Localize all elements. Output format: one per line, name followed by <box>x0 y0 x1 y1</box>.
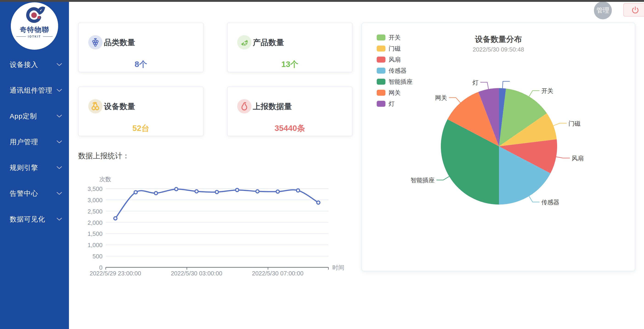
svg-text:时间: 时间 <box>332 264 344 271</box>
svg-text:次数: 次数 <box>99 176 111 183</box>
chevron-down-icon <box>56 166 62 169</box>
sidebar-item-6[interactable]: 数据可见化 <box>0 206 69 232</box>
logout-button[interactable] <box>623 3 644 17</box>
sidebar: 奇特物聯 IOTKIT 设备接入通讯组件管理App定制用户管理规则引擎告警中心数… <box>0 0 69 329</box>
legend-item-5[interactable]: 网关 <box>377 87 412 98</box>
cherry-icon <box>88 99 102 113</box>
chevron-down-icon <box>56 63 62 66</box>
svg-text:2022/5/30 07:00:00: 2022/5/30 07:00:00 <box>252 270 304 277</box>
stat-card-1: 产品数量13个 <box>227 23 352 72</box>
sidebar-item-4[interactable]: 规则引擎 <box>0 155 69 181</box>
legend-item-3[interactable]: 传感器 <box>377 65 412 76</box>
stat-value: 8个 <box>78 59 203 70</box>
stat-title: 设备数量 <box>104 101 135 111</box>
legend-label: 开关 <box>389 34 400 42</box>
legend-swatch <box>377 35 386 41</box>
power-icon <box>631 6 640 14</box>
legend-swatch <box>377 68 386 74</box>
sidebar-item-3[interactable]: 用户管理 <box>0 129 69 155</box>
stat-card-3: 上报数据量35440条 <box>227 87 352 136</box>
chevron-down-icon <box>56 192 62 195</box>
top-edge-strip <box>0 0 644 2</box>
legend-swatch <box>377 101 386 107</box>
sidebar-item-2[interactable]: App定制 <box>0 103 69 129</box>
pie-slice-label: 门磁 <box>568 120 580 127</box>
chevron-down-icon <box>56 115 62 118</box>
logo-mark-icon <box>21 6 48 26</box>
avatar-label: 管理 <box>596 6 609 15</box>
svg-text:3,500: 3,500 <box>88 185 102 192</box>
svg-text:2,500: 2,500 <box>88 208 102 215</box>
stat-value: 52台 <box>78 123 203 134</box>
stat-value: 13个 <box>228 59 352 70</box>
pie-slice-label: 网关 <box>435 94 447 101</box>
pear-icon <box>237 99 252 113</box>
stat-title: 产品数量 <box>253 37 284 47</box>
legend-swatch <box>377 90 386 96</box>
stat-card-0: 品类数量8个 <box>78 23 204 72</box>
line-chart-heading: 数据上报统计： <box>78 151 130 161</box>
logo-rule-left <box>16 36 26 37</box>
sidebar-item-label: 通讯组件管理 <box>10 86 52 95</box>
sidebar-item-label: 规则引擎 <box>10 163 38 173</box>
stat-title: 品类数量 <box>104 37 135 47</box>
legend-item-4[interactable]: 智能插座 <box>377 76 412 87</box>
legend-label: 门磁 <box>389 45 400 53</box>
device-distribution-card: 设备数量分布 2022/5/30 09:50:48 开关门磁风扇传感器智能插座网… <box>362 23 635 271</box>
legend-label: 智能插座 <box>389 78 412 86</box>
chevron-down-icon <box>56 140 62 144</box>
legend-swatch <box>377 57 386 63</box>
chevron-down-icon <box>56 89 62 92</box>
legend-item-1[interactable]: 门磁 <box>377 43 412 54</box>
sidebar-item-label: 告警中心 <box>10 189 38 198</box>
svg-text:1,500: 1,500 <box>88 230 102 237</box>
legend-label: 灯 <box>389 100 395 108</box>
legend-label: 网关 <box>389 89 400 97</box>
app-logo: 奇特物聯 IOTKIT <box>11 2 58 50</box>
pie-slice-label: 开关 <box>541 87 553 94</box>
svg-text:2,000: 2,000 <box>88 219 102 226</box>
legend-label: 风扇 <box>389 56 400 64</box>
svg-text:1,000: 1,000 <box>88 242 102 248</box>
logo-rule-right <box>43 36 53 37</box>
stat-title: 上报数据量 <box>253 101 292 111</box>
chevron-down-icon <box>56 218 62 221</box>
legend-swatch <box>377 79 386 85</box>
logo-subtitle: IOTKIT <box>11 35 58 38</box>
sidebar-item-label: App定制 <box>10 112 37 121</box>
sidebar-item-label: 用户管理 <box>10 137 38 147</box>
iot-dashboard-screen: 奇特物聯 IOTKIT 设备接入通讯组件管理App定制用户管理规则引擎告警中心数… <box>0 0 644 329</box>
pie-legend: 开关门磁风扇传感器智能插座网关灯 <box>377 32 412 109</box>
pie-slice-label: 传感器 <box>541 199 559 206</box>
report-line-chart: 05001,0001,5002,0002,5003,0003,500次数时间20… <box>76 173 347 281</box>
grape-icon <box>88 35 102 50</box>
pie-slice-label: 灯 <box>472 79 478 86</box>
svg-text:2022/5/30 03:00:00: 2022/5/30 03:00:00 <box>171 270 222 277</box>
lemon-icon <box>237 35 252 50</box>
pie-slice-label: 风扇 <box>572 155 584 162</box>
sidebar-item-5[interactable]: 告警中心 <box>0 181 69 206</box>
legend-item-6[interactable]: 灯 <box>377 98 412 109</box>
svg-text:2022/5/29 23:00:00: 2022/5/29 23:00:00 <box>90 270 141 277</box>
sidebar-menu: 设备接入通讯组件管理App定制用户管理规则引擎告警中心数据可见化 <box>0 52 69 232</box>
legend-item-2[interactable]: 风扇 <box>377 54 412 65</box>
pie-slice-label: 智能插座 <box>411 177 434 184</box>
sidebar-item-1[interactable]: 通讯组件管理 <box>0 78 69 103</box>
sidebar-item-label: 设备接入 <box>10 60 38 70</box>
svg-text:3,000: 3,000 <box>88 197 102 204</box>
legend-swatch <box>377 46 386 52</box>
stat-card-2: 设备数量52台 <box>78 87 204 136</box>
svg-text:500: 500 <box>92 253 102 260</box>
sidebar-item-0[interactable]: 设备接入 <box>0 52 69 78</box>
avatar[interactable]: 管理 <box>594 2 612 19</box>
legend-item-0[interactable]: 开关 <box>377 32 412 43</box>
logo-title: 奇特物聯 <box>11 25 58 35</box>
stat-value: 35440条 <box>228 123 352 134</box>
legend-label: 传感器 <box>389 67 406 75</box>
sidebar-item-label: 数据可见化 <box>10 215 45 224</box>
